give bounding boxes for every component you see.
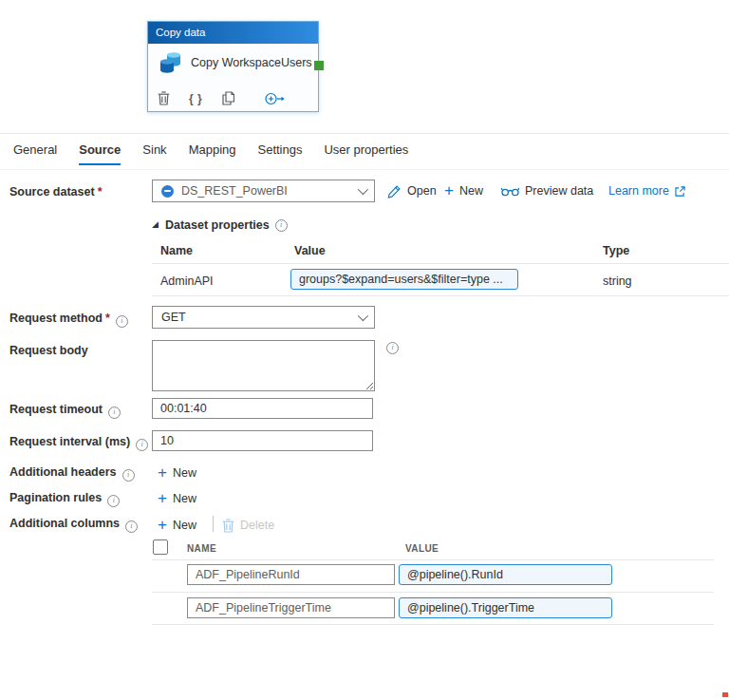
request-body-input[interactable]	[152, 340, 375, 391]
request-body-label: Request body	[9, 344, 88, 357]
activity-name: Copy WorkspaceUsers	[191, 56, 312, 69]
copy-data-icon	[158, 49, 183, 76]
request-interval-label: Request interval (ms)	[9, 435, 148, 451]
prop-type: string	[603, 274, 632, 288]
request-method-dropdown[interactable]: GET	[152, 306, 375, 329]
column-value-input[interactable]	[399, 564, 612, 585]
select-all-checkbox[interactable]	[153, 539, 168, 555]
props-row-divider	[152, 295, 729, 296]
chevron-down-icon	[358, 311, 368, 321]
code-braces-icon[interactable]: { }	[189, 92, 203, 105]
panel-top-divider	[0, 133, 729, 134]
activity-toolbar: { }	[148, 91, 318, 105]
new-label: New	[173, 492, 196, 505]
request-method-value: GET	[161, 311, 186, 324]
column-name-input[interactable]	[187, 597, 395, 618]
cursor-artifact	[722, 692, 728, 697]
plus-icon: +	[158, 517, 167, 533]
additional-columns-delete-button[interactable]: Delete	[222, 514, 274, 537]
activity-card-body: Copy WorkspaceUsers { }	[148, 44, 318, 111]
columns-row-divider	[152, 592, 714, 593]
source-dataset-value: DS_REST_PowerBI	[181, 184, 288, 198]
dataset-icon	[161, 185, 174, 198]
info-icon[interactable]	[122, 469, 135, 482]
additional-headers-label: Additional headers	[9, 465, 135, 482]
trash-icon	[222, 519, 234, 533]
column-name-input[interactable]	[187, 564, 395, 585]
info-icon[interactable]	[107, 495, 120, 507]
external-link-icon	[675, 186, 685, 197]
chevron-down-icon	[358, 184, 368, 195]
prop-name: AdminAPI	[160, 274, 214, 288]
plus-icon: +	[444, 182, 454, 199]
output-port[interactable]	[314, 61, 324, 70]
collapse-triangle-icon: ◢	[152, 219, 159, 229]
column-value-input[interactable]	[399, 597, 612, 618]
tab-sink[interactable]: Sink	[142, 142, 166, 162]
tab-bar: General Source Sink Mapping Settings Use…	[13, 142, 408, 162]
tab-source[interactable]: Source	[79, 142, 121, 162]
dataset-properties-header[interactable]: ◢ Dataset properties	[152, 218, 288, 232]
pagination-rules-label: Pagination rules	[9, 491, 120, 507]
required-mark: *	[105, 312, 110, 325]
new-label: New	[459, 184, 483, 198]
additional-columns-label: Additional columns	[9, 517, 138, 533]
columns-bottom-divider	[152, 624, 714, 625]
source-dataset-dropdown[interactable]: DS_REST_PowerBI	[152, 180, 375, 202]
plus-icon: +	[158, 490, 167, 506]
request-interval-input[interactable]	[152, 430, 373, 451]
columns-header-divider	[152, 559, 714, 560]
copy-data-source-panel: Copy data Copy Workspac	[0, 0, 729, 700]
tab-user-properties[interactable]: User properties	[324, 142, 408, 162]
learn-more-label: Learn more	[608, 184, 669, 198]
info-icon[interactable]	[386, 342, 399, 354]
copy-activity-card[interactable]: Copy data Copy Workspac	[147, 21, 319, 112]
info-icon[interactable]	[125, 520, 138, 533]
tab-bottom-divider	[0, 169, 729, 170]
new-label: New	[173, 519, 196, 532]
preview-data-label: Preview data	[525, 184, 593, 198]
props-col-value: Value	[294, 244, 326, 257]
delete-activity-icon[interactable]	[158, 91, 170, 105]
plus-icon: +	[158, 464, 167, 481]
required-mark: *	[98, 185, 103, 199]
clone-activity-icon[interactable]	[222, 91, 234, 105]
preview-data-button[interactable]: Preview data	[501, 180, 593, 202]
additional-headers-new-button[interactable]: + New	[158, 462, 196, 484]
pagination-rules-new-button[interactable]: + New	[158, 487, 196, 510]
props-col-type: Type	[603, 244, 629, 257]
columns-col-value: VALUE	[405, 543, 439, 554]
open-label: Open	[407, 184, 437, 198]
props-header-divider	[152, 263, 729, 264]
new-dataset-button[interactable]: + New	[444, 180, 483, 202]
new-label: New	[173, 466, 196, 480]
info-icon[interactable]	[108, 407, 121, 419]
info-icon[interactable]	[275, 219, 288, 232]
request-timeout-input[interactable]	[152, 398, 373, 419]
tab-mapping[interactable]: Mapping	[189, 142, 236, 162]
glasses-icon	[501, 186, 519, 197]
delete-label: Delete	[240, 519, 274, 532]
info-icon[interactable]	[116, 315, 128, 328]
learn-more-link[interactable]: Learn more	[608, 180, 685, 202]
source-dataset-label: Source dataset*	[9, 185, 103, 199]
activity-type-label: Copy data	[156, 27, 205, 38]
additional-columns-new-button[interactable]: + New	[158, 514, 196, 537]
add-output-icon[interactable]	[265, 92, 286, 105]
open-dataset-button[interactable]: Open	[387, 180, 437, 202]
props-col-name: Name	[160, 244, 193, 257]
pencil-icon	[387, 184, 402, 199]
info-icon[interactable]	[136, 439, 148, 451]
dataset-properties-title: Dataset properties	[165, 218, 270, 232]
columns-col-name: NAME	[187, 543, 216, 554]
tab-settings[interactable]: Settings	[258, 142, 303, 162]
tab-general[interactable]: General	[13, 142, 57, 162]
request-method-label: Request method*	[9, 312, 128, 328]
request-timeout-label: Request timeout	[9, 403, 121, 419]
activity-type-header: Copy data	[148, 22, 318, 44]
prop-value-input[interactable]	[290, 269, 518, 290]
toolbar-separator	[213, 516, 214, 532]
